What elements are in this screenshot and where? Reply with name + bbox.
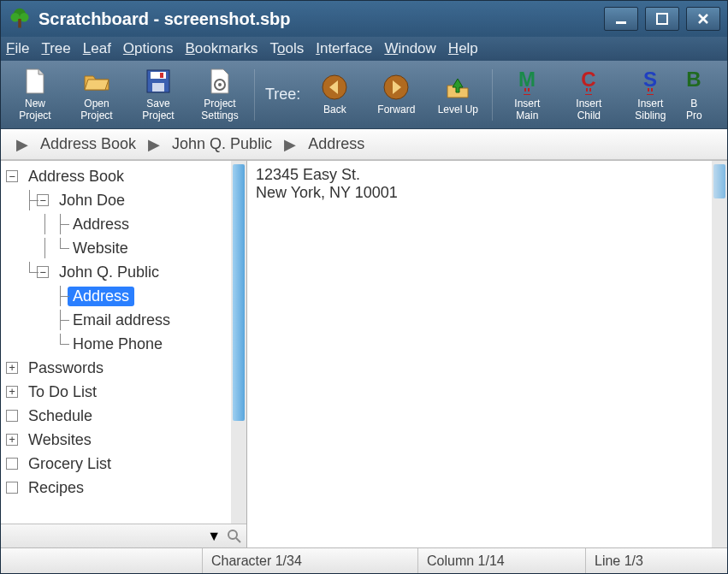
tree-label: Tree:: [258, 86, 304, 104]
scrollbar-thumb[interactable]: [233, 164, 245, 421]
tree-node-websites[interactable]: +Websites: [1, 428, 246, 452]
truncated-button[interactable]: B B Pro: [681, 64, 707, 126]
close-button[interactable]: [686, 7, 720, 31]
window: Scratchboard - screenshot.sbp File Tree …: [0, 0, 728, 574]
toolbar-label: New Project: [19, 98, 50, 121]
dropdown-icon[interactable]: ▼: [207, 529, 221, 544]
breadcrumb-item[interactable]: John Q. Public: [172, 135, 272, 153]
svg-rect-8: [152, 83, 164, 92]
forward-arrow-icon: [382, 74, 410, 101]
letter-b-icon: B: [681, 68, 707, 95]
collapse-icon[interactable]: −: [6, 170, 18, 182]
body: − Address Book − John Doe Address: [1, 160, 727, 547]
svg-line-19: [236, 538, 240, 542]
tree-node-schedule[interactable]: Schedule: [1, 404, 246, 428]
menu-window[interactable]: Window: [384, 40, 435, 57]
toolbar-label: Open Project: [80, 98, 112, 121]
expand-icon[interactable]: +: [6, 434, 18, 446]
letter-c-icon: C: [575, 68, 602, 95]
letter-s-icon: S: [636, 68, 664, 95]
back-button[interactable]: Back: [304, 64, 365, 126]
menu-leaf[interactable]: Leaf: [83, 40, 111, 57]
forward-button[interactable]: Forward: [365, 64, 427, 126]
scrollbar-thumb[interactable]: [713, 164, 725, 198]
level-up-icon: [444, 74, 471, 101]
menu-file[interactable]: File: [6, 40, 29, 57]
tree-node-john-q-address[interactable]: Address: [1, 284, 246, 308]
svg-text:S: S: [643, 68, 657, 91]
tree-node-john-doe-address[interactable]: Address: [1, 212, 246, 236]
tree-scrollbar[interactable]: [231, 161, 246, 524]
titlebar: Scratchboard - screenshot.sbp: [1, 1, 727, 37]
project-settings-button[interactable]: Project Settings: [189, 64, 251, 126]
tree-node-passwords[interactable]: +Passwords: [1, 356, 246, 380]
status-column: Column 1/14: [418, 548, 586, 573]
breadcrumb-item[interactable]: Address: [308, 135, 364, 153]
collapse-icon[interactable]: −: [37, 266, 49, 278]
breadcrumb: ▶ Address Book ▶ John Q. Public ▶ Addres…: [1, 129, 727, 160]
toolbar-separator: [254, 69, 255, 121]
tree-node-john-q-email[interactable]: Email address: [1, 308, 246, 332]
tree-node-todo[interactable]: +To Do List: [1, 380, 246, 404]
menu-interface[interactable]: Interface: [316, 40, 372, 57]
toolbar-label: Project Settings: [201, 98, 238, 121]
insert-main-button[interactable]: M Insert Main: [496, 64, 558, 126]
search-icon[interactable]: [228, 530, 241, 543]
tree-toolbar: ▼: [1, 524, 246, 547]
menu-bookmarks[interactable]: Bookmarks: [185, 40, 257, 57]
svg-rect-7: [151, 72, 166, 79]
settings-file-icon: [206, 68, 234, 95]
editor-scrollbar[interactable]: [712, 161, 727, 547]
tree-node-grocery[interactable]: Grocery List: [1, 452, 246, 476]
tree-node-john-doe[interactable]: − John Doe: [1, 188, 246, 212]
expand-icon[interactable]: +: [6, 386, 18, 398]
toolbar-label: Level Up: [438, 104, 478, 115]
editor-pane[interactable]: 12345 Easy St. New York, NY 10001: [247, 161, 727, 547]
new-project-button[interactable]: New Project: [4, 64, 66, 126]
status-cell-empty: [1, 548, 203, 573]
toolbar-label: Insert Child: [576, 98, 601, 121]
new-file-icon: [21, 68, 49, 95]
menu-tools[interactable]: Tools: [270, 40, 305, 57]
tree-view[interactable]: − Address Book − John Doe Address: [1, 161, 246, 524]
save-project-button[interactable]: Save Project: [127, 64, 189, 126]
status-line: Line 1/3: [586, 548, 727, 573]
tree-node-recipes[interactable]: Recipes: [1, 476, 246, 500]
open-project-button[interactable]: Open Project: [66, 64, 127, 126]
svg-text:C: C: [582, 68, 596, 91]
maximize-button[interactable]: [645, 7, 679, 31]
app-tree-icon: [8, 7, 32, 31]
svg-rect-3: [18, 19, 21, 28]
tree-node-john-q-public[interactable]: − John Q. Public: [1, 260, 246, 284]
chevron-right-icon[interactable]: ▶: [148, 135, 160, 154]
svg-point-11: [218, 83, 222, 86]
svg-text:B: B: [687, 68, 701, 91]
menu-options[interactable]: Options: [123, 40, 174, 57]
insert-child-button[interactable]: C Insert Child: [558, 64, 619, 126]
chevron-right-icon[interactable]: ▶: [284, 135, 296, 154]
svg-rect-5: [657, 14, 667, 24]
chevron-right-icon[interactable]: ▶: [16, 135, 28, 154]
collapse-icon[interactable]: −: [37, 194, 49, 206]
leaf-icon: [6, 482, 18, 494]
level-up-button[interactable]: Level Up: [427, 64, 488, 126]
menu-help[interactable]: Help: [448, 40, 478, 57]
tree-node-john-q-phone[interactable]: Home Phone: [1, 332, 246, 356]
insert-sibling-button[interactable]: S Insert Sibling: [619, 64, 681, 126]
toolbar-label: Save Project: [142, 98, 174, 121]
tree-node-address-book[interactable]: − Address Book: [1, 164, 246, 188]
svg-point-18: [228, 530, 237, 539]
toolbar: New Project Open Project Save Project Pr…: [1, 61, 727, 129]
open-folder-icon: [83, 68, 110, 95]
breadcrumb-item[interactable]: Address Book: [40, 135, 136, 153]
minimize-button[interactable]: [604, 7, 638, 31]
menu-tree[interactable]: Tree: [41, 40, 70, 57]
status-character: Character 1/34: [203, 548, 418, 573]
expand-icon[interactable]: +: [6, 362, 18, 374]
tree-pane: − Address Book − John Doe Address: [1, 161, 247, 547]
leaf-icon: [6, 458, 18, 470]
toolbar-label: Insert Main: [514, 98, 540, 121]
tree-node-john-doe-website[interactable]: Website: [1, 236, 246, 260]
menubar: File Tree Leaf Options Bookmarks Tools I…: [1, 37, 727, 61]
toolbar-label: B Pro: [686, 98, 702, 121]
